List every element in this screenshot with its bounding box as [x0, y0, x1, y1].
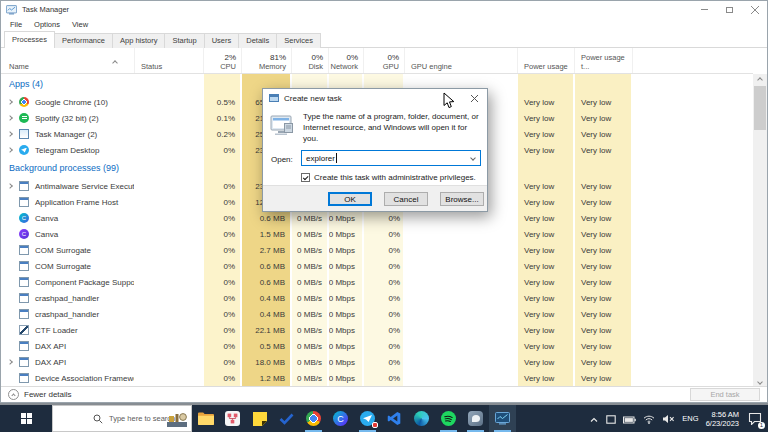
tab-processes[interactable]: Processes [4, 31, 55, 48]
microsoft-todo-taskbar-button[interactable] [273, 405, 300, 432]
cell-cpu: 0% [203, 338, 241, 354]
language-indicator[interactable]: ENG [682, 414, 698, 423]
battery-icon[interactable] [623, 410, 636, 428]
open-input[interactable]: explorer [301, 150, 481, 166]
scrollbar-thumb[interactable] [754, 86, 766, 130]
generic-icon [19, 373, 29, 383]
column-status[interactable]: Status [134, 48, 203, 73]
end-task-button[interactable]: End task [690, 388, 760, 401]
tab-startup[interactable]: Startup [164, 33, 204, 48]
menu-options[interactable]: Options [28, 20, 66, 29]
table-row[interactable]: CCanva0%1.5 MB0 MB/s0 Mbps0%Very lowVery… [1, 226, 753, 242]
browse-button[interactable]: Browse... [440, 192, 484, 206]
table-row[interactable]: DAX API0%18.0 MB0 MB/s0 Mbps0%Very lowVe… [1, 354, 753, 370]
tab-performance[interactable]: Performance [54, 33, 113, 48]
chrome-icon [19, 97, 29, 107]
column-gpu-engine[interactable]: GPU engine [404, 48, 517, 73]
chrome-taskbar-button[interactable] [300, 405, 327, 432]
fewer-details-toggle[interactable]: Fewer details [8, 389, 72, 400]
tab-app-history[interactable]: App history [112, 33, 166, 48]
sticky-notes-taskbar-button[interactable] [246, 405, 273, 432]
column-power-usage[interactable]: Power usage [517, 48, 574, 73]
expand-chevron-icon[interactable] [1, 148, 19, 152]
value: 0 Mbps [329, 310, 362, 319]
value: 0% [223, 214, 240, 223]
title-bar: Task Manager [1, 1, 767, 18]
spotify-taskbar-button[interactable] [435, 405, 462, 432]
value: 0 Mbps [329, 262, 362, 271]
scroll-up-icon[interactable] [753, 74, 767, 85]
column-memory[interactable]: 81% Memory [241, 48, 291, 73]
telegram-taskbar-button[interactable] [354, 405, 381, 432]
task-manager-taskbar-button[interactable] [489, 405, 516, 432]
table-row[interactable]: CTF Loader0%22.1 MB0 MB/s0 Mbps0%Very lo… [1, 322, 753, 338]
table-row[interactable]: CCanva0%0.6 MB0 MB/s0 Mbps0%Very lowVery… [1, 210, 753, 226]
vertical-scrollbar[interactable] [753, 74, 767, 387]
dialog-close-button[interactable] [461, 89, 487, 107]
search-input[interactable]: Type here to search [52, 405, 192, 432]
close-button[interactable] [742, 1, 767, 18]
maximize-button[interactable] [717, 1, 742, 18]
wifi-icon[interactable] [643, 410, 655, 428]
column-power-usage-trend[interactable]: Power usage t... [574, 48, 632, 73]
cpu-total: 2% [204, 53, 241, 62]
menu-file[interactable]: File [4, 20, 28, 29]
column-disk[interactable]: 0% Disk [291, 48, 328, 73]
cell-disk: 0 MB/s [291, 306, 328, 322]
edge-taskbar-button[interactable] [408, 405, 435, 432]
expand-chevron-icon[interactable] [1, 184, 19, 188]
ok-button[interactable]: OK [328, 192, 372, 206]
table-row[interactable]: crashpad_handler0%0.4 MB0 MB/s0 Mbps0%Ve… [1, 290, 753, 306]
process-name: DAX API [35, 342, 66, 351]
cell-status [134, 306, 203, 322]
cell-cpu: 0% [203, 306, 241, 322]
expand-chevron-icon[interactable] [1, 132, 19, 136]
cell-power_t: Very low [574, 242, 632, 258]
action-center-button[interactable]: 1 [746, 410, 764, 428]
vscode-taskbar-button[interactable] [381, 405, 408, 432]
column-network[interactable]: 0% Network [328, 48, 363, 73]
expand-chevron-icon[interactable] [1, 116, 19, 120]
value: Very low [575, 310, 611, 319]
combo-dropdown-icon[interactable] [466, 156, 480, 160]
start-button[interactable] [0, 405, 52, 432]
value: 0% [388, 214, 403, 223]
file-explorer-taskbar-button[interactable] [192, 405, 219, 432]
table-row[interactable]: COM Surrogate0%0.6 MB0 MB/s0 Mbps0%Very … [1, 258, 753, 274]
dialog-footer: OK Cancel Browse... [263, 185, 487, 211]
tab-details[interactable]: Details [238, 33, 277, 48]
table-row[interactable]: Device Association Framework ...0%1.2 MB… [1, 370, 753, 386]
messenger-taskbar-button[interactable] [462, 405, 489, 432]
canva-taskbar-button[interactable]: C [327, 405, 354, 432]
value: Very low [518, 114, 554, 123]
text-caret [336, 153, 337, 163]
value: Very low [575, 182, 611, 191]
display-icon[interactable] [606, 410, 616, 428]
column-cpu[interactable]: 2% CPU [203, 48, 241, 73]
clock[interactable]: 8:56 AM 6/23/2023 [706, 410, 739, 428]
table-row[interactable]: Component Package Support S...0%0.6 MB0 … [1, 274, 753, 290]
column-name[interactable]: Name [1, 48, 134, 73]
expand-chevron-icon[interactable] [1, 100, 19, 104]
cancel-button[interactable]: Cancel [384, 192, 428, 206]
value: 0% [223, 342, 240, 351]
tab-services[interactable]: Services [276, 33, 321, 48]
expand-chevron-icon[interactable] [1, 360, 19, 364]
minimize-button[interactable] [692, 1, 717, 18]
menu-view[interactable]: View [66, 20, 94, 29]
volume-muted-icon[interactable] [662, 410, 675, 428]
table-row[interactable]: crashpad_handler0%0.4 MB0 MB/s0 Mbps0%Ve… [1, 306, 753, 322]
cell-gpu: 0% [363, 242, 404, 258]
tab-users[interactable]: Users [204, 33, 240, 48]
hidden-icons-chevron-icon[interactable] [589, 410, 599, 428]
admin-privileges-checkbox[interactable]: Create this task with administrative pri… [301, 173, 476, 182]
app-grid-taskbar-button[interactable] [219, 405, 246, 432]
table-row[interactable]: COM Surrogate0%2.7 MB0 MB/s0 Mbps0%Very … [1, 242, 753, 258]
chrome-icon [306, 411, 321, 426]
value: 0% [223, 294, 240, 303]
table-row[interactable]: DAX API0%0.5 MB0 MB/s0 Mbps0%Very lowVer… [1, 338, 753, 354]
value: 0% [388, 326, 403, 335]
cell-power_t: Very low [574, 322, 632, 338]
column-gpu[interactable]: 0% GPU [363, 48, 404, 73]
sort-ascending-icon [113, 51, 117, 69]
